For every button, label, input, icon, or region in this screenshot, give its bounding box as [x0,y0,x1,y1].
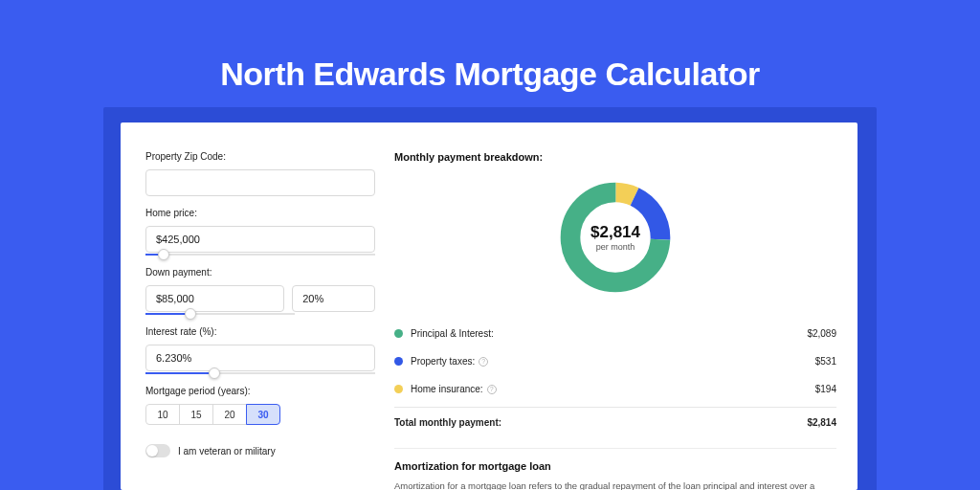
field-veteran: I am veteran or military [145,444,375,457]
down-payment-label: Down payment: [145,267,375,278]
breakdown-row-principal: Principal & Interest: $2,089 [394,320,836,347]
home-price-label: Home price: [145,208,375,218]
info-icon[interactable]: ? [479,357,488,367]
field-down-payment: Down payment: [145,267,375,315]
breakdown-label: Property taxes: [411,356,475,367]
calculator-card: Property Zip Code: Home price: Down paym… [121,122,858,490]
period-btn-20[interactable]: 20 [212,404,247,425]
breakdown-column: Monthly payment breakdown: $2,814 per mo… [394,151,836,490]
breakdown-title: Monthly payment breakdown: [394,151,836,163]
field-zip: Property Zip Code: [145,151,375,196]
down-payment-amount-input[interactable] [145,285,284,312]
breakdown-value: $2,089 [807,328,836,339]
breakdown-value: $531 [815,356,836,367]
total-value: $2,814 [807,417,836,428]
dot-icon [394,357,403,366]
down-payment-percent-input[interactable] [292,285,375,312]
interest-rate-slider[interactable] [145,372,375,374]
info-icon[interactable]: ? [487,385,497,394]
period-btn-15[interactable]: 15 [179,404,213,425]
field-period: Mortgage period (years): 10 15 20 30 [145,386,375,425]
donut-amount: $2,814 [590,223,640,242]
breakdown-row-insurance: Home insurance: ? $194 [394,375,836,403]
interest-rate-input[interactable] [145,345,375,371]
veteran-label: I am veteran or military [178,446,276,457]
home-price-input[interactable] [145,226,375,253]
breakdown-row-taxes: Property taxes: ? $531 [394,347,836,375]
field-home-price: Home price: [145,208,375,256]
total-label: Total monthly payment: [394,417,807,428]
page-title: North Edwards Mortgage Calculator [0,0,980,93]
zip-label: Property Zip Code: [145,151,375,162]
home-price-slider[interactable] [145,254,375,256]
down-payment-slider[interactable] [145,313,295,315]
donut-chart: $2,814 per month [394,178,836,297]
dot-icon [394,385,403,393]
donut-sub: per month [590,242,640,252]
breakdown-row-total: Total monthly payment: $2,814 [394,407,836,436]
interest-rate-label: Interest rate (%): [145,326,375,337]
slider-thumb[interactable] [209,368,220,379]
amortization-title: Amortization for mortgage loan [394,460,836,472]
period-label: Mortgage period (years): [145,386,375,396]
breakdown-label: Principal & Interest: [411,328,494,339]
period-btn-10[interactable]: 10 [145,404,180,425]
breakdown-label: Home insurance: [411,384,483,394]
zip-input[interactable] [145,169,375,196]
period-button-group: 10 15 20 30 [145,404,375,425]
dot-icon [394,329,403,338]
field-interest-rate: Interest rate (%): [145,326,375,374]
period-btn-30[interactable]: 30 [246,404,280,425]
veteran-toggle[interactable] [145,444,170,457]
slider-thumb[interactable] [185,308,196,320]
slider-thumb[interactable] [158,249,169,260]
input-column: Property Zip Code: Home price: Down paym… [145,151,375,490]
amortization-body: Amortization for a mortgage loan refers … [394,479,836,490]
donut-center: $2,814 per month [590,223,640,252]
breakdown-value: $194 [815,384,836,394]
divider [394,448,836,449]
